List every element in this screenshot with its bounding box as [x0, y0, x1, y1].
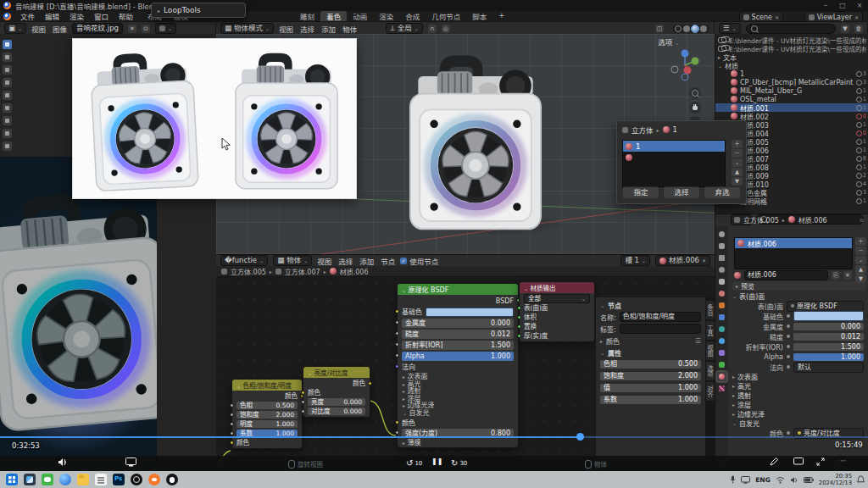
- tool-icon[interactable]: [717, 230, 726, 239]
- material-icon[interactable]: [717, 372, 726, 381]
- object-icon[interactable]: [717, 301, 726, 310]
- blender-icon[interactable]: [148, 474, 160, 485]
- pause-button[interactable]: ❚❚: [431, 458, 442, 465]
- display-channels-dropdown[interactable]: ⌄: [155, 23, 176, 34]
- overlays-icon[interactable]: ◫: [655, 25, 664, 33]
- minimize-button[interactable]: –: [817, 2, 834, 9]
- looptools-popup[interactable]: ▸ LoopTools: [151, 3, 246, 18]
- surface-type-dropdown[interactable]: 原理化 BSDF: [787, 301, 864, 312]
- shader-menu[interactable]: 节点: [381, 256, 395, 266]
- blender-menu-icon[interactable]: [3, 13, 11, 20]
- volume-tray-icon[interactable]: [790, 476, 798, 484]
- slot-list-button[interactable]: ⌄: [732, 158, 743, 167]
- sidebar-value-slider[interactable]: 色相0.500: [600, 359, 701, 369]
- folder-icon[interactable]: [77, 474, 89, 485]
- menu-item[interactable]: 编辑: [40, 11, 64, 21]
- pan-hand-icon[interactable]: [689, 102, 701, 114]
- linked-library-row[interactable]: E:\blender课件 - UV材质灯光渲染\一些现成的材质球: [715, 36, 868, 44]
- transform-icon[interactable]: [2, 115, 13, 126]
- display-button[interactable]: [125, 458, 136, 467]
- modifiers-icon[interactable]: [717, 313, 726, 322]
- material-slot-list[interactable]: 材质.006: [734, 237, 853, 269]
- use-nodes-checkbox[interactable]: ✓ 使用节点: [400, 256, 438, 266]
- linked-library-row[interactable]: E:\blender课件 - UV材质灯光渲染\一些现成的材质球: [715, 44, 868, 53]
- workspace-tab[interactable]: 着色: [320, 11, 347, 21]
- shader-menu[interactable]: 选择: [338, 256, 353, 266]
- select-box-icon[interactable]: [2, 52, 13, 63]
- popup-action-button[interactable]: 弃选: [704, 186, 741, 199]
- property-slider[interactable]: 1.000: [793, 353, 864, 361]
- constraints-icon[interactable]: [717, 348, 726, 358]
- node-name-field[interactable]: 色相/饱和度/明度: [620, 312, 701, 322]
- menu-item[interactable]: 窗口: [89, 11, 114, 21]
- viewport-options-dropdown[interactable]: 选项 ⌄: [658, 36, 679, 47]
- progress-handle[interactable]: [576, 433, 584, 441]
- outliner-search-input[interactable]: [746, 24, 836, 34]
- material-selector[interactable]: 材质.006✕: [655, 255, 710, 266]
- scale-icon[interactable]: [2, 103, 13, 114]
- forward-30-button[interactable]: ↻30: [451, 458, 467, 469]
- color-subpanel[interactable]: ▸颜色☰: [600, 336, 701, 346]
- proportional-edit-icon[interactable]: ◎: [442, 25, 450, 33]
- color-input-socket[interactable]: [230, 441, 234, 445]
- volume-button[interactable]: [58, 458, 68, 467]
- pin-icon[interactable]: ⊙: [860, 217, 864, 223]
- gizmo-y-axis[interactable]: [692, 58, 699, 65]
- normal-input-socket[interactable]: [395, 364, 399, 369]
- workspace-tab[interactable]: 几何节点: [426, 11, 466, 21]
- color-input-socket[interactable]: [301, 391, 305, 395]
- close-button[interactable]: ×: [851, 2, 868, 9]
- transform-orientation-dropdown[interactable]: ⟂ 全局⌄: [386, 23, 423, 34]
- notification-bell-icon[interactable]: [857, 475, 865, 484]
- zoom-icon[interactable]: [689, 87, 701, 99]
- editor-type-dropdown[interactable]: ▣⌄: [4, 23, 26, 34]
- preview-section[interactable]: ▸预览: [732, 281, 865, 291]
- notes-icon[interactable]: [95, 474, 107, 485]
- node-value-slider[interactable]: 对比度0.000: [308, 408, 365, 415]
- material-group-row[interactable]: ⌄材质: [715, 61, 868, 69]
- node-brightness-contrast[interactable]: ⌄ 亮度/对比度 颜色 颜色 亮度0.000对比度0.000: [303, 366, 370, 418]
- gizmo-neg-z[interactable]: [682, 74, 688, 80]
- material-row[interactable]: OSL_metal1: [715, 95, 868, 103]
- collapsed-property-section[interactable]: ▸透射: [729, 391, 868, 400]
- sidebar-tab[interactable]: 工具: [706, 321, 715, 340]
- film-section[interactable]: ▸ 薄膜: [398, 440, 518, 447]
- solid-shading-icon[interactable]: [683, 25, 690, 32]
- world-icon[interactable]: [717, 289, 726, 298]
- wireframe-shading-icon[interactable]: [675, 25, 682, 32]
- sidebar-tab[interactable]: 条目: [706, 301, 715, 319]
- base-color-swatch[interactable]: [793, 311, 864, 321]
- shader-menu[interactable]: 添加: [359, 256, 374, 266]
- sidebar-tab[interactable]: 视图: [706, 341, 715, 360]
- texture-icon[interactable]: [717, 384, 726, 393]
- gizmo-neg-axis[interactable]: [671, 66, 678, 73]
- shader-editor-type-dropdown[interactable]: �functie⌄: [220, 255, 268, 266]
- output-socket[interactable]: [368, 381, 372, 385]
- output-icon[interactable]: [717, 253, 726, 263]
- text-group-row[interactable]: ▸文本: [715, 53, 868, 61]
- battery-icon[interactable]: [804, 477, 814, 483]
- workspace-tab[interactable]: 合成: [399, 11, 426, 21]
- material-slot-row[interactable]: [623, 152, 725, 163]
- mode-dropdown[interactable]: ▦ 物体模式⌄: [220, 23, 274, 34]
- particles-icon[interactable]: [717, 324, 726, 334]
- annotate-icon[interactable]: [2, 128, 13, 139]
- microphone-icon[interactable]: [730, 475, 736, 484]
- workspace-tab[interactable]: 雕刻: [294, 11, 320, 21]
- filter-icon[interactable]: ▼: [841, 25, 849, 33]
- rewind-10-button[interactable]: ↺10: [406, 458, 422, 469]
- browser-icon[interactable]: [59, 474, 71, 485]
- slot-dropdown[interactable]: 槽 1⌄: [620, 255, 650, 266]
- view-layer-icon[interactable]: [717, 265, 726, 274]
- more-options-button[interactable]: ⋯: [840, 458, 846, 464]
- cursor-icon[interactable]: [2, 64, 13, 75]
- render-icon[interactable]: [717, 241, 726, 251]
- node-canvas[interactable]: ⌄ 色相/饱和度/明度 颜色 色相0.500饱和度2.000明度1.000系数1…: [216, 276, 715, 463]
- property-slider[interactable]: 1.500: [793, 343, 864, 351]
- move-icon[interactable]: [2, 77, 13, 88]
- measure-icon[interactable]: [2, 141, 13, 152]
- material-slot-row[interactable]: 1: [623, 141, 725, 152]
- photoshop-icon[interactable]: [113, 474, 125, 485]
- viewport-menu[interactable]: 视图: [279, 24, 293, 34]
- video-progress-bar[interactable]: [0, 435, 868, 438]
